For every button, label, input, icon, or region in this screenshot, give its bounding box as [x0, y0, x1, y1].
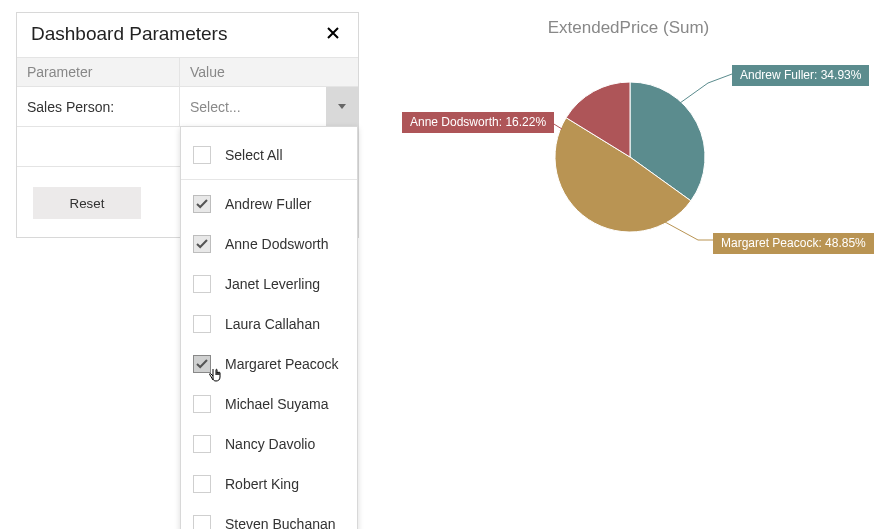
salesperson-select[interactable]: Select... — [180, 87, 326, 126]
param-label: Sales Person: — [17, 87, 180, 126]
option-label: Select All — [225, 147, 283, 163]
dropdown-option[interactable]: Margaret Peacock — [181, 344, 357, 384]
dropdown-toggle[interactable] — [326, 87, 358, 126]
slice-label: Anne Dodsworth: 16.22% — [402, 112, 554, 133]
option-label: Steven Buchanan — [225, 516, 336, 529]
checkbox-icon — [193, 515, 211, 529]
checkbox-icon — [193, 475, 211, 493]
close-button[interactable] — [322, 23, 344, 45]
dropdown-separator — [181, 179, 357, 180]
checkbox-icon — [193, 235, 211, 253]
dropdown-option[interactable]: Anne Dodsworth — [181, 224, 357, 264]
checkbox-icon — [193, 435, 211, 453]
grid-header: Parameter Value — [17, 57, 358, 87]
dropdown-option[interactable]: Nancy Davolio — [181, 424, 357, 464]
slice-label: Margaret Peacock: 48.85% — [713, 233, 874, 254]
panel-header: Dashboard Parameters — [17, 13, 358, 57]
dropdown-option[interactable]: Steven Buchanan — [181, 504, 357, 529]
reset-button[interactable]: Reset — [33, 187, 141, 219]
leader-line — [680, 74, 732, 103]
salesperson-dropdown[interactable]: Select AllAndrew FullerAnne DodsworthJan… — [180, 126, 358, 529]
option-label: Robert King — [225, 476, 299, 492]
header-value: Value — [180, 58, 358, 86]
close-icon — [326, 26, 340, 40]
option-select-all[interactable]: Select All — [181, 135, 357, 175]
dropdown-option[interactable]: Robert King — [181, 464, 357, 504]
dropdown-option[interactable]: Andrew Fuller — [181, 184, 357, 224]
option-label: Laura Callahan — [225, 316, 320, 332]
option-label: Nancy Davolio — [225, 436, 315, 452]
checkbox-icon — [193, 195, 211, 213]
option-label: Michael Suyama — [225, 396, 329, 412]
header-parameter: Parameter — [17, 58, 180, 86]
dropdown-option[interactable]: Laura Callahan — [181, 304, 357, 344]
chevron-down-icon — [338, 104, 346, 109]
checkbox-icon — [193, 146, 211, 164]
panel-title: Dashboard Parameters — [31, 23, 227, 45]
pie-chart: ExtendedPrice (Sum) Andrew Fuller: 34.93… — [400, 12, 857, 272]
value-cell: Select... — [180, 87, 358, 126]
checkbox-icon — [193, 395, 211, 413]
option-label: Andrew Fuller — [225, 196, 311, 212]
checkbox-icon — [193, 355, 211, 373]
option-label: Janet Leverling — [225, 276, 320, 292]
dropdown-option[interactable]: Michael Suyama — [181, 384, 357, 424]
checkbox-icon — [193, 275, 211, 293]
option-label: Margaret Peacock — [225, 356, 339, 372]
checkbox-icon — [193, 315, 211, 333]
dropdown-option[interactable]: Janet Leverling — [181, 264, 357, 304]
slice-label: Andrew Fuller: 34.93% — [732, 65, 869, 86]
param-row-salesperson: Sales Person: Select... — [17, 87, 358, 127]
option-label: Anne Dodsworth — [225, 236, 329, 252]
